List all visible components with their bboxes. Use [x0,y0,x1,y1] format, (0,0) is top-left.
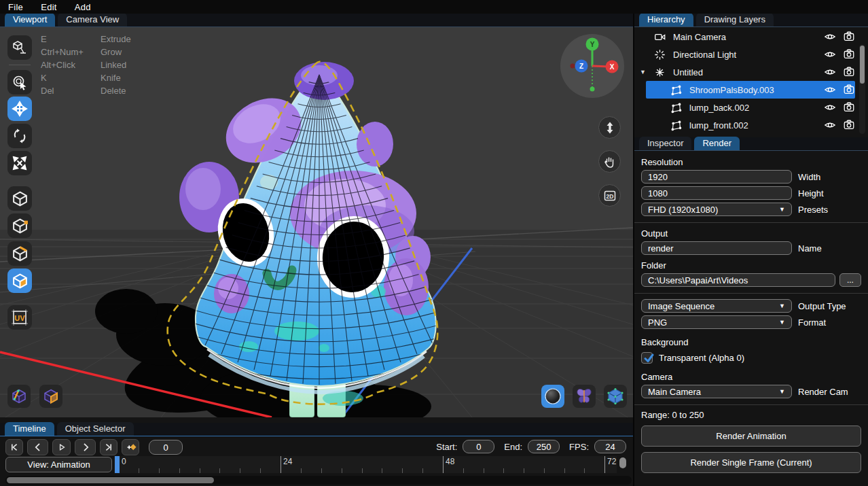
prev-frame-button[interactable] [27,439,48,455]
tool-select-button[interactable] [7,70,32,94]
ruler-minor-tick [362,468,363,473]
output-type-dropdown[interactable]: Image Sequence▼ [641,299,792,313]
menu-file[interactable]: File [8,2,23,12]
wire-face-mode-button[interactable] [39,385,62,408]
tool-scale-button[interactable] [7,151,32,175]
visibility-eye-icon[interactable] [824,66,836,78]
play-button[interactable] [52,439,71,455]
tree-scrollbar[interactable] [859,44,865,134]
tab-timeline[interactable]: Timeline [5,422,54,436]
expander-icon[interactable]: ▼ [640,69,646,75]
viewport-tabbar: Viewport Camera View [0,14,633,27]
menu-edit[interactable]: Edit [41,2,57,12]
tool-pivot-button[interactable] [7,35,32,60]
view-animation-button[interactable]: View: Animation [5,457,112,472]
render-camera-icon[interactable] [843,101,855,114]
tab-inspector[interactable]: Inspector [639,137,691,150]
tree-scrollbar-thumb[interactable] [860,46,865,84]
tab-viewport[interactable]: Viewport [5,13,55,27]
render-camera-icon[interactable] [843,119,855,131]
fps-input[interactable]: 24 [594,440,626,453]
visibility-eye-icon[interactable] [824,101,836,114]
timeline-ruler[interactable]: 0 24 48 72 [114,456,617,473]
tab-camera-view[interactable]: Camera View [58,13,127,27]
gizmo-y-label: Y [590,41,595,48]
ruler-mark [443,456,444,473]
orientation-gizmo[interactable]: Y X Z [560,34,624,98]
playhead[interactable] [115,456,120,473]
folder-path-input[interactable]: C:\Users\PapaiArt\Videos [641,273,835,287]
start-input[interactable]: 0 [463,440,494,453]
height-input[interactable]: 1080 [641,186,792,200]
paint-mode-button[interactable] [573,385,596,408]
tab-object-selector[interactable]: Object Selector [57,422,134,436]
tree-row-directional-light[interactable]: Directional Light [646,46,855,63]
render-camera-icon[interactable] [843,84,855,96]
material-preview-button[interactable] [541,385,564,408]
jump-end-button[interactable] [100,439,117,455]
ruler-minor-tick [321,468,322,473]
render-cam-dropdown[interactable]: Main Camera▼ [641,385,792,398]
geometry-cube-icon [607,387,624,405]
visibility-eye-icon[interactable] [824,84,836,96]
timeline-hscrollbar-thumb[interactable] [7,477,214,483]
ruler-minor-tick [342,468,342,473]
pan-view-button[interactable] [598,150,621,173]
geometry-mode-button[interactable] [604,385,627,408]
section-resolution: Resolution [641,157,868,167]
toggle-2d-button[interactable]: 2D [598,184,621,207]
visibility-eye-icon[interactable] [824,48,836,60]
browse-folder-button[interactable]: ... [839,273,861,287]
wire-cube-face-icon [43,388,59,404]
toolbar-divider [9,65,31,65]
ruler-minor-tick [544,468,545,473]
render-camera-icon[interactable] [843,31,855,43]
render-camera-icon[interactable] [843,48,855,60]
presets-dropdown[interactable]: FHD (1920x1080)▼ [641,203,792,216]
skip-end-icon [103,442,114,453]
tree-row-shroompalsbody[interactable]: ShroomPalsBody.003 [646,81,855,99]
uv-label: UV [14,314,25,322]
wire-edge-mode-button[interactable] [7,385,31,408]
visibility-eye-icon[interactable] [824,119,836,131]
mode-vertex-button[interactable] [7,213,32,238]
tree-row-untitled[interactable]: ▼ Untitled [646,63,855,81]
render-single-frame-button[interactable]: Render Single Frame (Current) [641,452,861,473]
render-animation-button[interactable]: Render Animation [641,426,861,447]
edge-select-icon [12,245,29,262]
empty-object-icon [654,67,666,78]
end-input[interactable]: 250 [528,440,560,453]
mode-object-button[interactable] [7,186,32,211]
render-camera-icon[interactable] [843,66,855,78]
menu-add[interactable]: Add [75,2,91,12]
add-keyframe-button[interactable] [122,439,139,455]
mode-face-button[interactable] [7,268,32,293]
zoom-view-button[interactable] [598,116,621,139]
next-frame-button[interactable] [75,439,96,455]
play-icon [57,442,67,452]
ruler-minor-tick [503,468,504,473]
tree-row-lump-back[interactable]: lump_back.002 [646,99,855,116]
tab-drawing-layers[interactable]: Drawing Layers [696,13,774,27]
width-input[interactable]: 1920 [641,170,792,184]
hand-pan-icon [603,155,617,169]
tree-row-main-camera[interactable]: Main Camera [646,28,855,46]
tab-hierarchy[interactable]: Hierarchy [639,13,693,27]
current-frame-input[interactable]: 0 [149,440,183,455]
transparent-checkbox[interactable] [641,352,653,364]
tool-uv-button[interactable]: UV [7,305,32,330]
tab-render[interactable]: Render [694,137,740,150]
tool-move-button[interactable] [7,97,32,121]
jump-start-button[interactable] [5,439,23,455]
format-label: Format [798,317,826,328]
output-name-input[interactable]: render [641,241,792,255]
tree-row-lump-front[interactable]: lump_front.002 [646,116,855,134]
skip-start-icon [9,442,20,453]
visibility-eye-icon[interactable] [824,31,836,43]
timeline-hscrollbar[interactable] [5,476,632,485]
viewport-3d[interactable]: Y X Z EExtrude Ctrl+Num+Grow Alt+ClickLi… [0,27,633,417]
ruler-scrollbar-thumb[interactable] [619,457,626,468]
mode-edge-button[interactable] [7,241,32,266]
format-dropdown[interactable]: PNG▼ [641,315,792,329]
tool-rotate-button[interactable] [7,124,32,148]
